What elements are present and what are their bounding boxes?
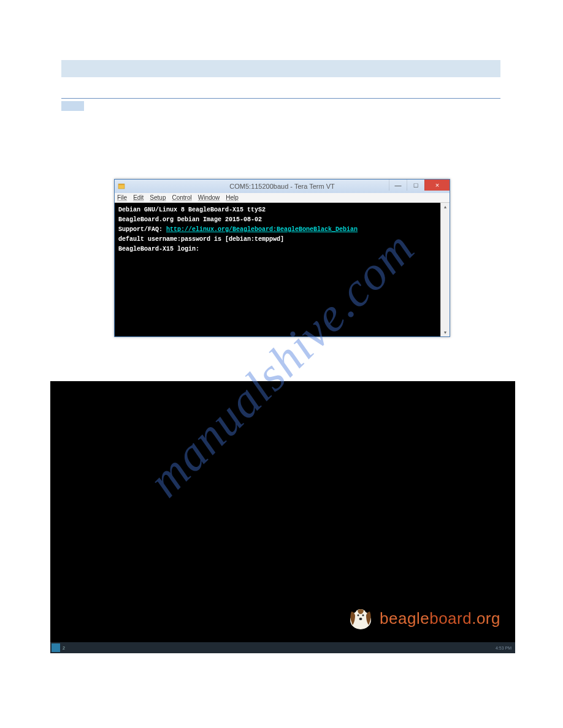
svg-point-4: [358, 615, 359, 616]
beagle-icon: [347, 605, 375, 631]
document-page: COM5:115200baud - Tera Term VT — □ × Fil…: [0, 0, 563, 728]
menu-setup[interactable]: Setup: [150, 194, 166, 201]
terminal-line: BeagleBoard-X15 login:: [118, 245, 437, 254]
taskbar[interactable]: 2 4:53 PM: [50, 642, 515, 653]
tera-term-window: COM5:115200baud - Tera Term VT — □ × Fil…: [114, 179, 450, 337]
terminal-line: Support/FAQ: http://elinux.org/Beagleboa…: [118, 225, 437, 235]
scroll-up-icon[interactable]: ▴: [441, 204, 450, 210]
close-button[interactable]: ×: [424, 180, 450, 191]
horizontal-rule: [61, 98, 500, 99]
scroll-down-icon[interactable]: ▾: [441, 330, 450, 335]
beagleboard-text: beagleboard.org: [380, 609, 500, 628]
terminal-line: default username:password is [debian:tem…: [118, 235, 437, 245]
svg-point-6: [359, 618, 362, 620]
menu-window[interactable]: Window: [198, 194, 220, 201]
scrollbar[interactable]: ▴ ▾: [440, 203, 450, 336]
svg-rect-1: [118, 184, 124, 185]
redacted-label: [61, 101, 84, 111]
svg-point-5: [362, 615, 364, 616]
menu-bar: File Edit Setup Control Window Help: [115, 193, 450, 203]
terminal-body: Debian GNU/Linux 8 BeagleBoard-X15 ttyS2…: [115, 203, 450, 336]
terminal-line: Debian GNU/Linux 8 BeagleBoard-X15 ttyS2: [118, 205, 437, 215]
support-link[interactable]: http://elinux.org/Beagleboard:BeagleBone…: [166, 226, 358, 233]
menu-help[interactable]: Help: [226, 194, 239, 201]
menu-control[interactable]: Control: [172, 194, 192, 201]
header-bar: [61, 60, 500, 77]
minimize-button[interactable]: —: [389, 180, 407, 191]
start-button[interactable]: [52, 643, 60, 652]
menu-edit[interactable]: Edit: [133, 194, 144, 201]
taskbar-clock: 4:53 PM: [496, 646, 511, 650]
app-icon: [117, 182, 126, 191]
beagleboard-logo: beagleboard.org: [347, 605, 500, 631]
terminal-output[interactable]: Debian GNU/Linux 8 BeagleBoard-X15 ttyS2…: [115, 203, 440, 336]
window-controls: — □ ×: [389, 180, 450, 191]
taskbar-item[interactable]: 2: [63, 646, 65, 650]
window-titlebar[interactable]: COM5:115200baud - Tera Term VT — □ ×: [115, 180, 450, 193]
maximize-button[interactable]: □: [407, 180, 424, 191]
menu-file[interactable]: File: [117, 194, 127, 201]
desktop-screenshot: beagleboard.org 2 4:53 PM: [50, 381, 515, 653]
terminal-line: BeagleBoard.org Debian Image 2015-08-02: [118, 215, 437, 225]
